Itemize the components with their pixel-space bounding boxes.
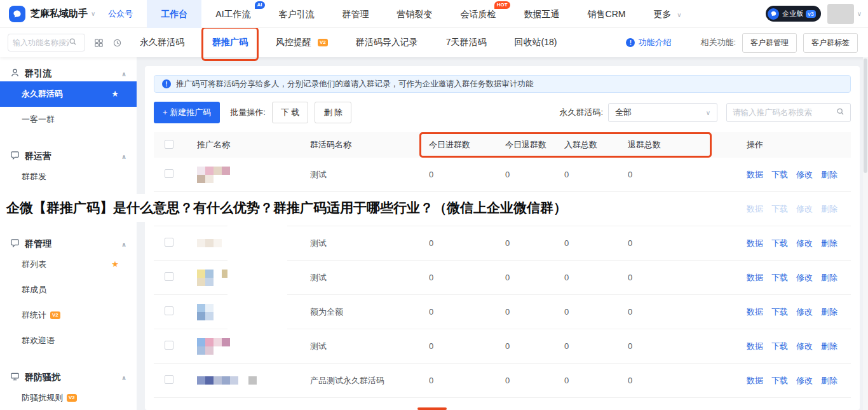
sidebar-item-group-statistics[interactable]: 群统计 V2 <box>0 303 137 328</box>
delete-link[interactable]: 删除 <box>821 376 837 385</box>
sidebar-item-group-members[interactable]: 群成员 <box>0 277 137 303</box>
tab-import-records[interactable]: 群活码导入记录 <box>356 37 418 48</box>
apps-grid-icon[interactable] <box>94 38 104 48</box>
nav-item-customer-acquisition[interactable]: 客户引流 <box>265 0 329 28</box>
section-title: 群管理 <box>25 238 51 250</box>
promo-code-search[interactable] <box>726 103 851 122</box>
nav-item-data-interchange[interactable]: 数据互通 <box>510 0 574 28</box>
delete-link[interactable]: 删除 <box>821 204 837 214</box>
tab-label: 风控提醒 <box>276 37 311 48</box>
nav-item-more[interactable]: 更多 ∨ <box>639 0 695 28</box>
app-window: 芝麻私域助手 ∨ 公众号 工作台 AI工作流 AI 客户引流 群管理 营销裂变 … <box>0 0 868 410</box>
search-icon <box>836 107 844 118</box>
official-account-link[interactable]: 公众号 <box>108 8 133 20</box>
feature-intro-link[interactable]: ! 功能介绍 <box>626 37 671 48</box>
function-search[interactable] <box>8 34 85 51</box>
batch-download-button[interactable]: 下 载 <box>272 102 309 123</box>
data-link[interactable]: 数据 <box>747 238 763 248</box>
favorite-star-icon[interactable]: ★ <box>111 252 119 277</box>
sidebar-item-group-welcome-message[interactable]: 群欢迎语 <box>0 328 137 353</box>
user-avatar[interactable] <box>827 4 854 24</box>
row-checkbox[interactable] <box>165 375 173 384</box>
sidebar-item-group-mass-message[interactable]: 群群发 <box>0 164 137 189</box>
select-all-checkbox[interactable] <box>165 140 173 149</box>
data-link[interactable]: 数据 <box>747 341 763 351</box>
data-link[interactable]: 数据 <box>747 170 763 179</box>
tab-permanent-group-code[interactable]: 永久群活码 <box>140 37 184 48</box>
nav-item-marketing-fission[interactable]: 营销裂变 <box>383 0 447 28</box>
function-search-input[interactable] <box>13 38 69 47</box>
delete-link[interactable]: 删除 <box>821 238 837 248</box>
data-link[interactable]: 数据 <box>747 204 763 214</box>
tab-7day-group-code[interactable]: 7天群活码 <box>446 37 487 48</box>
download-link[interactable]: 下载 <box>771 376 788 385</box>
total-exits-cell: 0 <box>628 307 747 317</box>
delete-link[interactable]: 删除 <box>821 170 837 179</box>
sidebar-item-anti-harassment-rules[interactable]: 防骚扰规则 V2 <box>0 385 137 410</box>
favorite-star-icon[interactable]: ★ <box>111 81 119 107</box>
row-checkbox[interactable] <box>165 238 173 247</box>
scrollbar-thumb[interactable] <box>864 58 867 173</box>
sidebar-item-one-customer-one-group[interactable]: 一客一群 <box>0 107 137 132</box>
edit-link[interactable]: 修改 <box>796 170 813 179</box>
promo-code-search-input[interactable] <box>733 108 836 117</box>
sidebar-section-anti-harassment[interactable]: 群防骚扰 ∧ <box>0 361 137 385</box>
sidebar-item-group-list[interactable]: 群列表 ★ <box>0 252 137 277</box>
sidebar-section-group-operation[interactable]: 群运营 ∧ <box>0 140 137 164</box>
nav-item-sales-crm[interactable]: 销售CRM <box>574 0 640 28</box>
nav-item-chat-inspection[interactable]: 会话质检 HOT <box>447 0 510 28</box>
brand-chevron-down-icon[interactable]: ∨ <box>91 10 95 17</box>
row-checkbox[interactable] <box>165 169 173 178</box>
monitor-icon <box>10 372 20 383</box>
sidebar-item-permanent-group-code[interactable]: 永久群活码 ★ <box>0 81 137 107</box>
delete-link[interactable]: 删除 <box>821 307 837 317</box>
history-icon[interactable] <box>112 38 122 48</box>
version-badge[interactable]: 企业版 v3 <box>766 6 821 22</box>
total-exits-cell: 0 <box>628 341 747 351</box>
column-header-total-exits: 退群总数 <box>628 139 747 151</box>
batch-delete-button[interactable]: 删 除 <box>315 102 351 123</box>
nav-item-workbench[interactable]: 工作台 <box>147 0 201 28</box>
promo-name-thumbnail <box>197 304 214 320</box>
sidebar-section-group-management[interactable]: 群管理 ∧ <box>0 228 137 252</box>
download-link[interactable]: 下载 <box>771 204 788 214</box>
sidebar-section-group-acquisition[interactable]: 群引流 ∧ <box>0 57 137 81</box>
row-actions: 数据下载修改删除 <box>747 272 851 284</box>
delete-link[interactable]: 删除 <box>821 273 837 282</box>
today-joins-cell: 0 <box>429 238 505 248</box>
account-chevron-down-icon[interactable]: ∨ <box>857 10 862 17</box>
tab-recycle-bin[interactable]: 回收站(18) <box>515 37 557 48</box>
customer-group-tag-button[interactable]: 客户群标签 <box>803 33 858 53</box>
data-link[interactable]: 数据 <box>747 376 763 385</box>
edit-link[interactable]: 修改 <box>796 204 813 214</box>
row-checkbox[interactable] <box>165 341 173 350</box>
tab-group-promo-code[interactable]: 群推广码 <box>212 37 248 48</box>
edit-link[interactable]: 修改 <box>796 238 813 248</box>
download-link[interactable]: 下载 <box>771 238 788 248</box>
edit-link[interactable]: 修改 <box>796 376 813 385</box>
data-link[interactable]: 数据 <box>747 307 763 317</box>
vertical-scrollbar[interactable] <box>863 57 868 410</box>
new-promo-code-button[interactable]: + 新建推广码 <box>154 102 220 123</box>
tab-risk-alert[interactable]: 风控提醒 V2 <box>276 37 328 48</box>
download-link[interactable]: 下载 <box>771 273 788 282</box>
download-link[interactable]: 下载 <box>771 341 788 351</box>
row-checkbox[interactable] <box>165 272 173 281</box>
nav-item-ai-workflow[interactable]: AI工作流 AI <box>201 0 264 28</box>
edit-link[interactable]: 修改 <box>796 341 813 351</box>
total-exits-cell: 0 <box>628 238 747 248</box>
nav-item-group-management[interactable]: 群管理 <box>329 0 383 28</box>
edit-link[interactable]: 修改 <box>796 307 813 317</box>
total-joins-cell: 0 <box>564 170 628 179</box>
download-link[interactable]: 下载 <box>771 170 788 179</box>
customer-group-management-button[interactable]: 客户群管理 <box>742 33 797 53</box>
row-actions: 数据下载修改删除 <box>747 169 851 181</box>
info-icon: ! <box>162 79 171 88</box>
tab-label: 永久群活码 <box>140 37 184 48</box>
data-link[interactable]: 数据 <box>747 273 763 282</box>
row-checkbox[interactable] <box>165 306 173 315</box>
download-link[interactable]: 下载 <box>771 307 788 317</box>
edit-link[interactable]: 修改 <box>796 273 813 282</box>
delete-link[interactable]: 删除 <box>821 341 837 351</box>
group-code-filter-select[interactable]: 全部 ∨ <box>608 103 717 122</box>
